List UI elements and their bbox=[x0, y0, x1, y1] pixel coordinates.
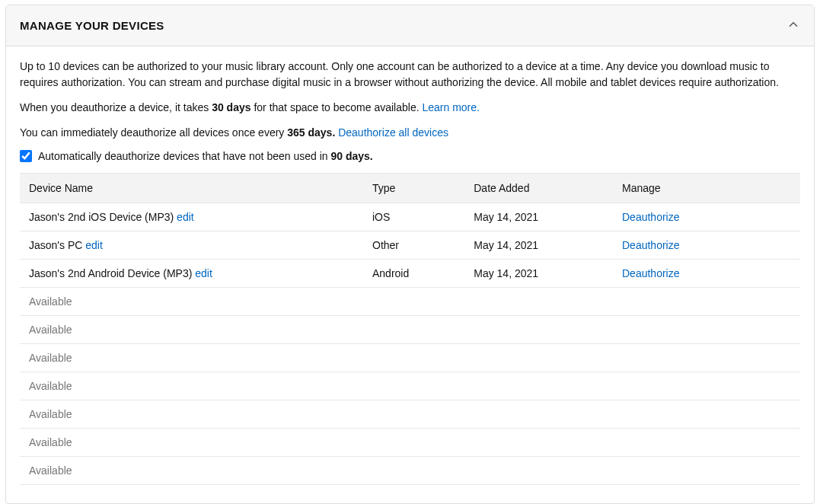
available-slot: Available bbox=[20, 344, 800, 372]
intro-paragraph-1: Up to 10 devices can be authorized to yo… bbox=[20, 59, 800, 91]
device-date-cell: May 14, 2021 bbox=[464, 260, 613, 288]
available-slot: Available bbox=[20, 457, 800, 485]
table-row: Available bbox=[20, 457, 800, 485]
device-name-cell: Jason's 2nd iOS Device (MP3) edit bbox=[20, 203, 363, 231]
manage-devices-card: MANAGE YOUR DEVICES Up to 10 devices can… bbox=[5, 5, 815, 504]
available-slot: Available bbox=[20, 400, 800, 429]
table-row: Available bbox=[20, 372, 800, 400]
edit-device-link[interactable]: edit bbox=[85, 239, 103, 251]
intro-paragraph-2: When you deauthorize a device, it takes … bbox=[20, 100, 800, 116]
device-date-cell: May 14, 2021 bbox=[464, 231, 613, 260]
device-name: Jason's PC bbox=[29, 239, 85, 251]
column-header-date: Date Added bbox=[464, 174, 613, 203]
deauthorize-all-link[interactable]: Deauthorize all devices bbox=[338, 126, 448, 139]
table-row: Jason's 2nd iOS Device (MP3) editiOSMay … bbox=[20, 203, 800, 231]
auto-deauthorize-row: Automatically deauthorize devices that h… bbox=[20, 150, 800, 162]
intro-paragraph-3: You can immediately deauthorize all devi… bbox=[20, 125, 800, 141]
device-name-cell: Jason's PC edit bbox=[20, 231, 363, 260]
device-manage-cell: Deauthorize bbox=[613, 203, 800, 231]
device-name: Jason's 2nd Android Device (MP3) bbox=[29, 267, 195, 279]
deauthorize-link[interactable]: Deauthorize bbox=[622, 211, 680, 223]
column-header-name: Device Name bbox=[20, 174, 363, 203]
available-slot: Available bbox=[20, 372, 800, 400]
column-header-type: Type bbox=[363, 174, 464, 203]
deauthorize-link[interactable]: Deauthorize bbox=[622, 267, 680, 279]
card-title: MANAGE YOUR DEVICES bbox=[20, 19, 164, 32]
devices-table: Device Name Type Date Added Manage Jason… bbox=[20, 173, 800, 485]
table-row: Jason's 2nd Android Device (MP3) editAnd… bbox=[20, 260, 800, 288]
intro-text: Up to 10 devices can be authorized to yo… bbox=[20, 59, 800, 162]
device-name: Jason's 2nd iOS Device (MP3) bbox=[29, 211, 177, 223]
device-type-cell: Other bbox=[363, 231, 464, 260]
chevron-up-icon bbox=[786, 18, 800, 33]
table-row: Jason's PC editOtherMay 14, 2021Deauthor… bbox=[20, 231, 800, 260]
device-name-cell: Jason's 2nd Android Device (MP3) edit bbox=[20, 260, 363, 288]
table-row: Available bbox=[20, 429, 800, 457]
auto-deauthorize-label: Automatically deauthorize devices that h… bbox=[38, 150, 373, 162]
learn-more-link[interactable]: Learn more. bbox=[422, 101, 479, 113]
device-manage-cell: Deauthorize bbox=[613, 231, 800, 260]
column-header-manage: Manage bbox=[613, 174, 800, 203]
auto-deauthorize-checkbox[interactable] bbox=[20, 150, 32, 162]
available-slot: Available bbox=[20, 316, 800, 344]
deauthorize-link[interactable]: Deauthorize bbox=[622, 239, 680, 251]
table-row: Available bbox=[20, 400, 800, 429]
edit-device-link[interactable]: edit bbox=[195, 267, 212, 279]
table-row: Available bbox=[20, 288, 800, 316]
device-manage-cell: Deauthorize bbox=[613, 260, 800, 288]
table-row: Available bbox=[20, 344, 800, 372]
device-date-cell: May 14, 2021 bbox=[464, 203, 613, 231]
table-row: Available bbox=[20, 316, 800, 344]
device-type-cell: iOS bbox=[363, 203, 464, 231]
device-type-cell: Android bbox=[363, 260, 464, 288]
available-slot: Available bbox=[20, 288, 800, 316]
card-header[interactable]: MANAGE YOUR DEVICES bbox=[6, 5, 814, 46]
card-body: Up to 10 devices can be authorized to yo… bbox=[6, 46, 814, 503]
available-slot: Available bbox=[20, 429, 800, 457]
edit-device-link[interactable]: edit bbox=[177, 211, 194, 223]
